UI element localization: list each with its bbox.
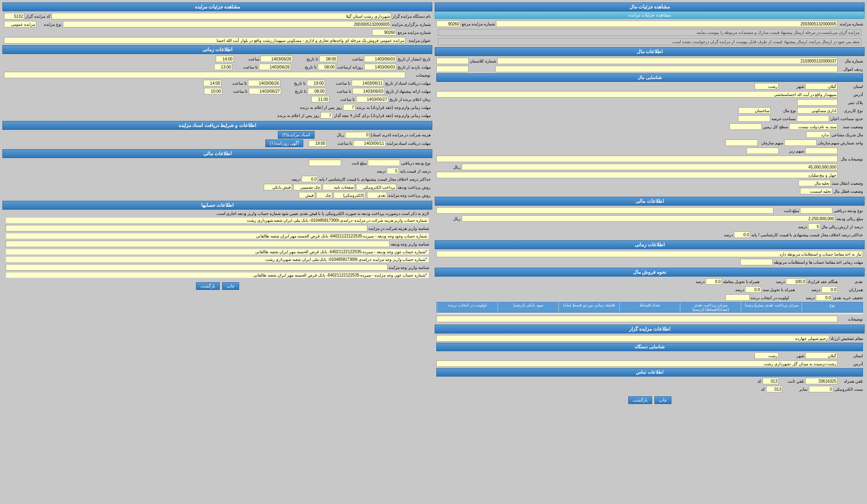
cash-discount-field[interactable] [816,294,832,301]
r-code-field[interactable] [4,13,24,19]
usage-type-field[interactable] [797,107,838,114]
address-field[interactable] [436,91,838,98]
base-price-pct-field[interactable] [808,223,820,230]
r-pre-end-field[interactable] [249,88,281,94]
left-back-button[interactable]: بازگشت [628,396,652,404]
province-field[interactable] [805,83,838,90]
r-start-date-field[interactable] [364,56,396,62]
notes2-field[interactable] [436,316,838,322]
r-online-button[interactable]: آگهی روزنامه(۱) [265,140,303,147]
r-end-date-field[interactable] [261,56,293,62]
installment-field[interactable] [706,278,722,285]
asset-row-field[interactable] [495,66,838,72]
city-field[interactable] [754,83,779,90]
fax-field[interactable] [809,386,833,392]
pct6-label: درصد [720,287,744,292]
r-pre-end-time-field[interactable] [204,88,222,94]
r-contract-days3-field[interactable] [321,112,333,119]
r-deposit-type-field[interactable] [368,160,400,166]
delivery-note-field[interactable] [740,259,773,265]
r-ref-field[interactable] [372,29,396,35]
r-cash-field[interactable] [367,192,387,198]
r-buy-button[interactable]: اسناد مزایده(۲) [278,131,315,139]
property-number-field[interactable] [497,58,838,64]
surface-area-field[interactable] [797,115,829,122]
r-electronic-field[interactable] [333,192,366,198]
r-pre-time-field[interactable] [308,88,326,94]
property-amount-field[interactable] [436,66,469,72]
base-price-letters-field[interactable] [436,172,838,178]
r-payment1-field[interactable] [356,184,396,190]
org-share-field[interactable] [784,140,817,146]
r-deadline-time-field[interactable] [318,64,336,70]
r-doc-end-time-field[interactable] [203,80,221,86]
r-winner-field[interactable] [356,96,388,102]
deviation-field[interactable] [734,231,750,238]
phone-field[interactable] [805,378,838,384]
broker-field[interactable] [821,286,838,293]
r-auction-num-field[interactable] [63,21,391,27]
winner-priority-field[interactable] [725,294,750,301]
r-doc-time2-field[interactable] [308,140,327,147]
r-notes-field[interactable] [4,72,405,78]
land-area-field[interactable] [738,115,770,122]
ref-number-field[interactable] [436,21,461,27]
a-city-field[interactable] [754,352,779,359]
rial-value-field[interactable] [462,215,835,222]
a-province-field[interactable] [805,352,838,359]
r-contract-days-field[interactable] [343,104,355,110]
r-base-pct-field[interactable] [387,168,399,174]
r-payment3-field[interactable] [293,184,321,190]
r-doc-deadline2-field[interactable] [353,140,386,147]
right-print-button[interactable]: چاپ [222,282,239,290]
r-type-field[interactable] [4,21,36,27]
transfer-status-field[interactable] [798,180,831,186]
partner-shares-field[interactable] [725,140,758,146]
bond-field[interactable] [745,286,761,293]
notes-field[interactable] [436,156,838,162]
right-back-button[interactable]: بازگشت [196,282,220,290]
r-end-time-field[interactable] [216,56,234,62]
r-auction-id-field[interactable] [6,264,388,271]
base-price-field[interactable] [462,164,838,170]
r-doc-deadline-field[interactable] [352,80,384,86]
postal-code-field[interactable] [797,99,838,106]
ownership-field[interactable] [789,123,838,130]
sub-share-field[interactable] [805,148,838,154]
financial-status-field[interactable] [800,188,832,194]
partner-field[interactable] [806,131,830,138]
r-doc-end-field[interactable] [248,80,280,86]
r-title-field[interactable] [4,37,405,44]
r-deadline-date-field[interactable] [364,64,396,70]
r-check-field[interactable] [316,192,332,198]
r-org-id-field[interactable] [6,225,367,231]
land-area2-field[interactable] [729,123,762,130]
r-fiche-field[interactable] [299,192,315,198]
r-pre-field[interactable] [352,88,385,94]
r-deposit-id-field[interactable] [6,241,390,247]
r-participation-fee-field[interactable] [345,132,369,138]
contract-pct-field[interactable] [786,278,806,285]
r-deadline-end-date-field[interactable] [259,64,291,70]
a-address-field[interactable] [436,360,838,367]
r-fixed-amount-field[interactable] [309,160,341,166]
r-start-time-field[interactable] [319,56,338,62]
fax-code-field[interactable] [766,386,782,392]
agent-field[interactable] [436,335,829,342]
fixed-amount-field[interactable] [436,207,773,214]
phone-code-field[interactable] [763,378,779,384]
left-print-button[interactable]: چاپ [654,396,671,404]
sub-share2-field[interactable] [746,148,779,154]
property-class-field[interactable] [436,58,469,64]
r-deviation2-field[interactable] [302,176,318,182]
r-deadline-end-time-field[interactable] [214,64,232,70]
auction-number-field[interactable] [496,21,838,27]
r-organizer-field[interactable] [52,13,391,19]
r-payment2-field[interactable] [323,184,355,190]
account-note-field[interactable] [436,251,863,257]
r-doc-time-field[interactable] [307,80,325,86]
r-payment4-field[interactable] [264,184,292,190]
r-winner-time-field[interactable] [311,96,329,102]
property-type-field[interactable] [738,107,771,114]
deposit-type-field[interactable] [800,207,832,214]
